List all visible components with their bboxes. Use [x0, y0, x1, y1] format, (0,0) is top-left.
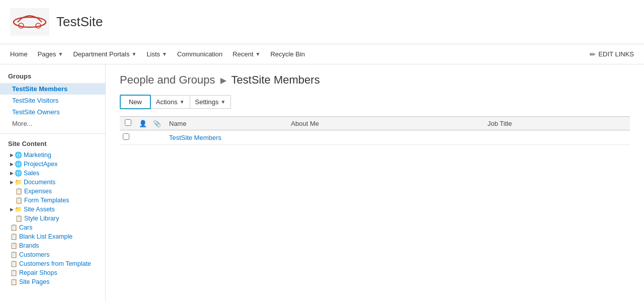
sc-item-form-templates[interactable]: 📋 Form Templates: [0, 196, 105, 205]
col-header-check: [120, 117, 136, 130]
row-check-cell: [120, 130, 136, 145]
member-name-link[interactable]: TestSite Members: [169, 134, 221, 141]
list-icon: 📋: [10, 224, 18, 231]
folder-icon: 📁: [15, 206, 22, 213]
breadcrumb-arrow-icon: ▶: [220, 76, 226, 85]
sc-item-site-pages[interactable]: 📋 Site Pages: [0, 277, 105, 286]
sc-item-documents[interactable]: ▶ 📁 Documents: [0, 178, 105, 187]
svg-rect-0: [10, 8, 49, 36]
content-area: People and Groups ▶ TestSite Members New…: [106, 64, 644, 301]
settings-button[interactable]: Settings ▼: [190, 95, 231, 109]
site-content-title: Site Content: [0, 138, 105, 150]
row-icon1-cell: [136, 130, 150, 145]
col-icon-person: 👤: [139, 120, 147, 127]
sc-item-sales[interactable]: ▶ 🌐 Sales: [0, 169, 105, 178]
nav-item-communication[interactable]: Communication: [172, 44, 227, 64]
pages-arrow-icon: ▼: [58, 51, 63, 57]
breadcrumb-current: TestSite Members: [231, 73, 320, 87]
dept-portals-arrow-icon: ▼: [131, 51, 136, 57]
sc-item-blank-list-example[interactable]: 📋 Blank List Example: [0, 232, 105, 241]
sc-item-expenses[interactable]: 📋 Expenses: [0, 187, 105, 196]
list-icon: 📋: [10, 242, 18, 249]
sc-item-customers[interactable]: 📋 Customers: [0, 250, 105, 259]
col-header-icon1: 👤: [136, 117, 150, 130]
sc-item-marketing[interactable]: ▶ 🌐 Marketing: [0, 150, 105, 160]
sidebar-more[interactable]: More...: [0, 118, 105, 129]
col-header-name: Name: [164, 117, 286, 130]
logo-area: TestSite: [10, 8, 103, 36]
row-about-cell: [286, 130, 482, 145]
globe-icon: 🌐: [15, 152, 22, 159]
select-all-checkbox[interactable]: [125, 119, 131, 126]
sidebar: Groups TestSite Members TestSite Visitor…: [0, 64, 106, 301]
sidebar-item-testsite-members[interactable]: TestSite Members: [0, 83, 105, 95]
breadcrumb: People and Groups ▶ TestSite Members: [120, 73, 630, 87]
nav-item-home[interactable]: Home: [5, 44, 33, 64]
row-job-title-cell: [482, 130, 630, 145]
sidebar-item-testsite-visitors[interactable]: TestSite Visitors: [0, 95, 105, 106]
col-icon-attach: 📎: [153, 120, 161, 127]
people-groups-table: 👤 📎 Name About Me Job Title: [120, 116, 630, 145]
groups-section-title: Groups: [0, 70, 105, 83]
list-icon: 📋: [10, 233, 18, 240]
main-container: Groups TestSite Members TestSite Visitor…: [0, 64, 644, 301]
nav-item-pages[interactable]: Pages ▼: [33, 44, 68, 64]
sc-item-customers-from-template[interactable]: 📋 Customers from Template: [0, 259, 105, 268]
col-header-job-title: Job Title: [482, 117, 630, 130]
sc-item-site-assets[interactable]: ▶ 📁 Site Assets: [0, 205, 105, 214]
actions-arrow-icon: ▼: [180, 99, 185, 105]
globe-icon: 🌐: [15, 161, 22, 168]
pencil-icon: ✏: [590, 50, 596, 58]
toolbar: New Actions ▼ Settings ▼: [120, 95, 630, 109]
list-icon: 📋: [10, 278, 18, 285]
expand-arrow-icon: ▶: [10, 162, 14, 167]
row-name-cell: TestSite Members: [164, 130, 286, 145]
expand-arrow-icon: ▶: [10, 207, 14, 212]
sc-item-projectapex[interactable]: ▶ 🌐 ProjectApex: [0, 160, 105, 169]
expand-arrow-icon: ▶: [10, 171, 14, 176]
new-button[interactable]: New: [120, 95, 151, 109]
row-icon2-cell: [150, 130, 164, 145]
list-icon: 📋: [15, 197, 23, 204]
nav-bar: Home Pages ▼ Department Portals ▼ Lists …: [0, 44, 644, 64]
nav-item-recycle-bin[interactable]: Recycle Bin: [265, 44, 310, 64]
sc-item-style-library[interactable]: 📋 Style Library: [0, 214, 105, 223]
list-icon: 📋: [15, 215, 23, 222]
globe-icon: 🌐: [15, 170, 22, 177]
row-checkbox[interactable]: [123, 133, 129, 140]
sidebar-item-testsite-owners[interactable]: TestSite Owners: [0, 106, 105, 118]
settings-arrow-icon: ▼: [221, 99, 226, 105]
actions-button[interactable]: Actions ▼: [151, 95, 190, 109]
recent-arrow-icon: ▼: [256, 51, 261, 57]
site-title: TestSite: [56, 14, 103, 30]
nav-item-lists[interactable]: Lists ▼: [141, 44, 172, 64]
header: TestSite: [0, 0, 644, 44]
sc-item-repair-shops[interactable]: 📋 Repair Shops: [0, 268, 105, 277]
sidebar-divider: [0, 133, 105, 134]
expand-arrow-icon: ▶: [10, 180, 14, 185]
lists-arrow-icon: ▼: [162, 51, 167, 57]
list-icon: 📋: [10, 260, 18, 267]
nav-item-department-portals[interactable]: Department Portals ▼: [68, 44, 141, 64]
table-row: TestSite Members: [120, 130, 630, 145]
col-header-icon2: 📎: [150, 117, 164, 130]
nav-item-recent[interactable]: Recent ▼: [227, 44, 265, 64]
breadcrumb-parent: People and Groups: [120, 73, 215, 87]
sc-item-cars[interactable]: 📋 Cars: [0, 223, 105, 232]
sc-item-brands[interactable]: 📋 Brands: [0, 241, 105, 250]
folder-icon: 📁: [15, 179, 22, 186]
edit-links-button[interactable]: ✏ EDIT LINKS: [585, 50, 639, 58]
site-logo: [10, 8, 49, 36]
list-icon: 📋: [10, 251, 18, 258]
list-icon: 📋: [10, 269, 18, 276]
list-icon: 📋: [15, 188, 23, 195]
expand-arrow-icon: ▶: [10, 153, 14, 158]
col-header-about-me: About Me: [286, 117, 482, 130]
